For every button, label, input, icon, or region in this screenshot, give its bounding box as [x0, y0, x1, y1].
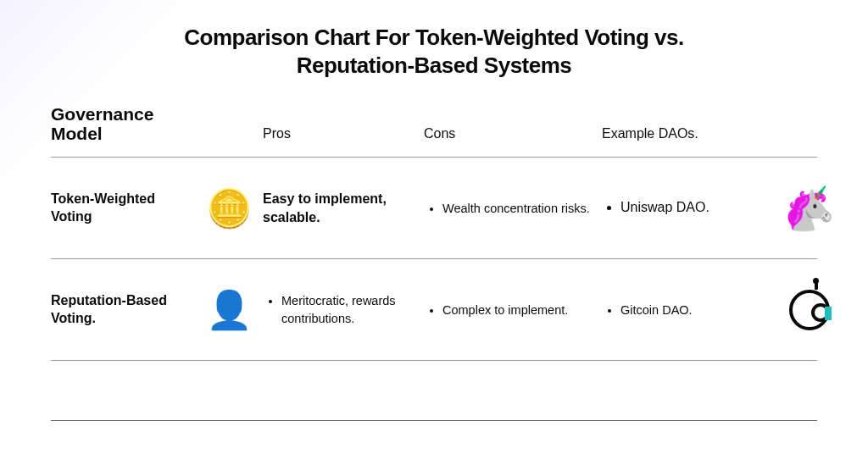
uniswap-logo-icon: 🦄: [771, 187, 848, 230]
token-icon: 🪙: [195, 190, 263, 227]
row-pros: Easy to implement, scalable.: [263, 190, 424, 226]
row-name: Token-Weighted Voting: [51, 191, 195, 226]
row-cons: Complex to implement.: [424, 300, 602, 320]
table-header-row: Governance Model Pros Cons Example DAOs.: [51, 104, 817, 158]
table-row: Reputation-Based Voting. 👤 Meritocratic,…: [51, 259, 817, 361]
header-pros: Pros: [263, 126, 424, 143]
row-name: Reputation-Based Voting.: [51, 292, 195, 328]
reputation-icon: 👤: [195, 291, 263, 329]
row-examples: Uniswap DAO.: [602, 197, 771, 219]
footer-divider: [51, 420, 817, 421]
row-pros: Meritocratic, rewards contributions.: [263, 291, 424, 329]
gitcoin-logo-icon: [771, 290, 848, 330]
row-examples: Gitcoin DAO.: [602, 300, 771, 320]
header-governance: Governance Model: [51, 104, 195, 143]
table-row: Token-Weighted Voting 🪙 Easy to implemen…: [51, 158, 817, 259]
comparison-table: Governance Model Pros Cons Example DAOs.…: [51, 104, 817, 421]
chart-title: Comparison Chart For Token-Weighted Voti…: [137, 24, 731, 79]
header-cons: Cons: [424, 126, 602, 143]
row-cons: Wealth concentration risks.: [424, 198, 602, 219]
header-examples: Example DAOs.: [602, 126, 771, 143]
